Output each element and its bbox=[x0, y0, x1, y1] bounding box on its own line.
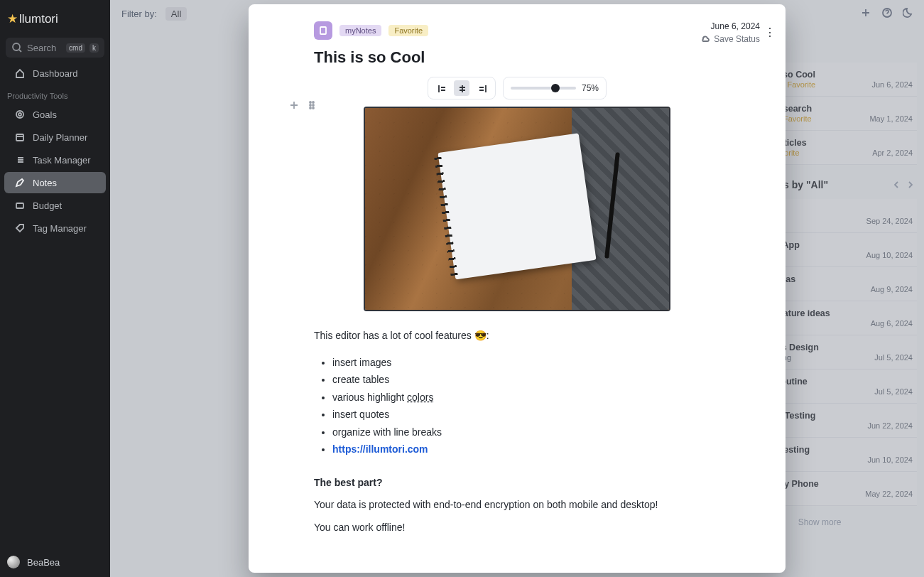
list-item[interactable]: https://illumtori.com bbox=[332, 441, 720, 458]
zoom-slider[interactable]: 75% bbox=[503, 77, 607, 99]
svg-point-1 bbox=[16, 111, 23, 118]
calendar-icon bbox=[14, 131, 26, 143]
note-image[interactable] bbox=[364, 107, 670, 311]
nav-budget[interactable]: Budget bbox=[4, 195, 106, 216]
list-item[interactable]: organize with line breaks bbox=[332, 424, 720, 441]
svg-point-19 bbox=[310, 102, 311, 103]
hotkey-cmd: cmd bbox=[66, 43, 85, 53]
nav-tags[interactable]: Tag Manager bbox=[4, 217, 106, 239]
nav-label: Daily Planner bbox=[33, 132, 87, 143]
nav-planner[interactable]: Daily Planner bbox=[4, 126, 106, 148]
svg-point-2 bbox=[18, 113, 21, 116]
more-options-button[interactable]: ⋮ bbox=[764, 26, 776, 39]
user-name: BeaBea bbox=[27, 557, 60, 568]
nav-dashboard[interactable]: Dashboard bbox=[4, 63, 106, 84]
svg-point-22 bbox=[312, 104, 314, 106]
search-placeholder: Search bbox=[27, 43, 62, 53]
zoom-value: 75% bbox=[582, 83, 599, 93]
nav-label: Budget bbox=[33, 200, 62, 211]
search-icon bbox=[11, 42, 23, 53]
user-menu[interactable]: BeaBea bbox=[0, 547, 110, 577]
svg-point-24 bbox=[312, 107, 314, 109]
note-modal: myNotes Favorite June 6, 2024 Save Statu… bbox=[249, 4, 786, 573]
tag-icon bbox=[14, 222, 26, 234]
svg-point-0 bbox=[13, 43, 20, 50]
cloud-icon bbox=[700, 34, 710, 44]
svg-rect-4 bbox=[16, 203, 23, 208]
nav-notes[interactable]: Notes bbox=[4, 172, 106, 193]
sidebar: ★llumtori Search cmd k Dashboard Product… bbox=[0, 0, 110, 577]
note-type-icon bbox=[314, 21, 332, 40]
drag-handle-icon[interactable] bbox=[307, 99, 318, 111]
align-right-button[interactable] bbox=[474, 80, 489, 96]
svg-point-23 bbox=[310, 107, 311, 109]
note-subheading[interactable]: The best part? bbox=[314, 475, 720, 491]
note-title[interactable]: This is so Cool bbox=[314, 48, 720, 67]
nav-label: Task Manager bbox=[33, 155, 91, 166]
align-center-button[interactable] bbox=[454, 80, 469, 96]
nav-label: Tag Manager bbox=[33, 223, 87, 234]
hotkey-k: k bbox=[89, 43, 99, 53]
modal-meta: June 6, 2024 Save Status bbox=[700, 21, 760, 44]
nav-goals[interactable]: Goals bbox=[4, 104, 106, 125]
note-paragraph[interactable]: Your data is protected with end-to-end e… bbox=[314, 497, 720, 513]
svg-point-21 bbox=[310, 104, 311, 106]
svg-point-20 bbox=[312, 102, 314, 103]
search-input[interactable]: Search cmd k bbox=[6, 38, 104, 58]
pencil-icon bbox=[14, 177, 26, 188]
home-icon bbox=[14, 68, 26, 79]
app-logo[interactable]: ★llumtori bbox=[0, 0, 110, 33]
note-bullet-list[interactable]: insert images create tables various high… bbox=[314, 354, 720, 458]
app-name: llumtori bbox=[19, 12, 58, 26]
note-link[interactable]: https://illumtori.com bbox=[332, 443, 428, 455]
target-icon bbox=[14, 109, 26, 120]
nav-tasks[interactable]: Task Manager bbox=[4, 149, 106, 171]
list-icon bbox=[14, 154, 26, 166]
nav-label: Dashboard bbox=[33, 68, 78, 79]
svg-rect-18 bbox=[320, 27, 326, 34]
tag-mynotes[interactable]: myNotes bbox=[339, 25, 381, 36]
list-item[interactable]: insert quotes bbox=[332, 406, 720, 424]
list-item[interactable]: create tables bbox=[332, 371, 720, 389]
wallet-icon bbox=[14, 200, 26, 211]
tag-favorite[interactable]: Favorite bbox=[388, 25, 428, 36]
nav-section-label: Productivity Tools bbox=[0, 85, 110, 103]
note-intro[interactable]: This editor has a lot of cool features 😎… bbox=[314, 328, 720, 344]
list-item[interactable]: insert images bbox=[332, 354, 720, 372]
list-item[interactable]: various highlight colors bbox=[332, 389, 720, 406]
align-left-button[interactable] bbox=[434, 80, 450, 96]
svg-rect-3 bbox=[16, 134, 23, 141]
star-icon: ★ bbox=[7, 11, 18, 26]
note-paragraph[interactable]: You can work offline! bbox=[314, 520, 720, 536]
note-date: June 6, 2024 bbox=[700, 21, 760, 31]
save-status: Save Status bbox=[700, 34, 760, 44]
nav-label: Goals bbox=[33, 109, 57, 120]
add-block-button[interactable] bbox=[288, 99, 300, 111]
modal-overlay[interactable]: myNotes Favorite June 6, 2024 Save Statu… bbox=[110, 0, 924, 577]
nav-label: Notes bbox=[33, 178, 57, 188]
image-align-controls bbox=[428, 77, 496, 99]
avatar bbox=[7, 556, 20, 568]
